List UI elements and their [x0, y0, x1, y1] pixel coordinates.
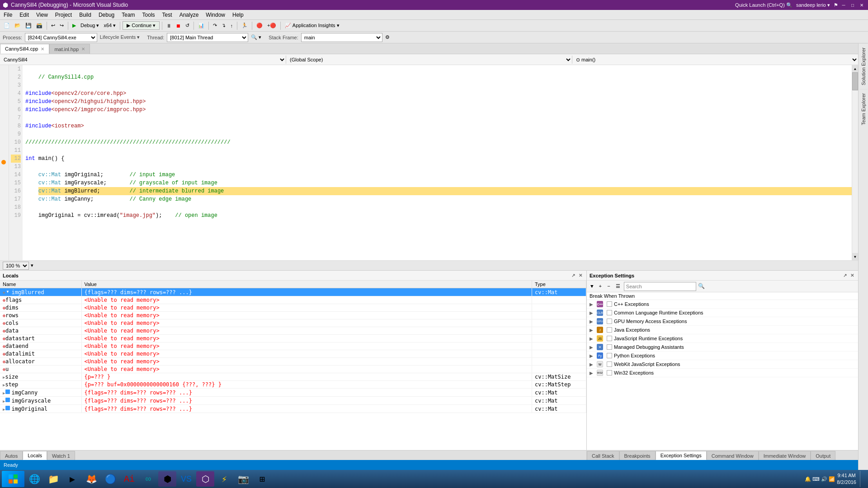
scrollbar-up[interactable]: ▲ — [852, 65, 858, 72]
close-button[interactable]: ✕ — [858, 1, 865, 9]
menu-item-team[interactable]: Team — [118, 10, 138, 19]
taskbar-grid[interactable]: ⊞ — [253, 471, 271, 487]
redo-button[interactable]: ↪ — [58, 22, 66, 29]
search-icon[interactable]: 🔍 — [698, 283, 705, 290]
minimize-button[interactable]: ─ — [840, 1, 847, 9]
tab-callstack[interactable]: Call Stack — [587, 451, 619, 460]
step-out[interactable]: ↑ — [228, 22, 235, 29]
tab-output[interactable]: Output — [811, 451, 835, 460]
open-file-button[interactable]: 📂 — [13, 22, 23, 29]
show-desktop[interactable] — [860, 471, 863, 487]
tab-autos[interactable]: Autos — [0, 451, 23, 460]
exc-js-check[interactable] — [607, 336, 612, 341]
taskbar-media[interactable]: ▶ — [63, 471, 81, 487]
start-debug-button[interactable]: ▶ — [71, 22, 78, 29]
code-editor[interactable]: 1 2 3 4 5 6 7 8 9 10 11 12 13 14 15 16 1 — [0, 65, 858, 260]
exc-managed-check[interactable] — [607, 344, 612, 350]
tab-command-window[interactable]: Command Window — [707, 451, 759, 460]
taskbar-vs-icon[interactable]: ⬢ — [158, 471, 176, 487]
save-button[interactable]: 💾 — [24, 22, 33, 29]
filename-selector[interactable]: CannySill4 — [0, 55, 286, 65]
taskbar-vspurple[interactable]: ⬡ — [196, 471, 214, 487]
stack-frame-selector[interactable]: main — [301, 33, 382, 42]
taskbar-folder[interactable]: 📁 — [44, 471, 62, 487]
continue-button[interactable]: ▶ Continue ▾ — [123, 21, 160, 30]
code-content[interactable]: // CannySill4.cpp #include<opencv2/core/… — [23, 65, 852, 260]
menu-item-test[interactable]: Test — [159, 10, 176, 19]
tab-mat[interactable]: mat.inl.hpp ✕ — [49, 44, 90, 54]
exc-python[interactable]: ▶ Py Python Exceptions — [587, 352, 858, 360]
exc-win32-check[interactable] — [607, 370, 612, 375]
stop-button[interactable]: ⏹ — [174, 22, 183, 29]
exception-search[interactable] — [624, 282, 696, 291]
taskbar-arduino[interactable]: ∞ — [139, 471, 157, 487]
menu-item-file[interactable]: File — [0, 10, 16, 19]
scrollbar-down[interactable]: ▼ — [852, 253, 858, 260]
arch-selector[interactable]: x64 ▾ — [102, 22, 118, 29]
tab-close[interactable]: ✕ — [81, 47, 85, 52]
tab-locals[interactable]: Locals — [23, 451, 47, 460]
taskbar-vsblue[interactable]: VS — [177, 471, 195, 487]
tab-cannystill4[interactable]: CannySill4.cpp ✕ — [0, 44, 49, 54]
menu-item-tools[interactable]: Tools — [139, 10, 159, 19]
exc-python-check[interactable] — [607, 353, 612, 358]
exc-java[interactable]: ▶ J Java Exceptions — [587, 326, 858, 334]
exc-cpp[interactable]: ▶ C++ C++ Exceptions — [587, 300, 858, 309]
exc-win32[interactable]: ▶ W32 Win32 Exceptions — [587, 369, 858, 377]
menu-item-analyze[interactable]: Analyze — [176, 10, 203, 19]
thread-filter[interactable]: 🔍 ▾ — [251, 34, 261, 40]
run-cursor[interactable]: 🏃 — [240, 22, 250, 29]
thread-selector[interactable]: [8012] Main Thread — [167, 33, 248, 42]
solution-explorer-tab[interactable]: Solution Explorer — [859, 43, 868, 89]
exc-gpu[interactable]: ▶ GPU GPU Memory Access Exceptions — [587, 317, 858, 326]
taskbar-adobe[interactable]: Ai — [120, 471, 138, 487]
toggle-bp[interactable]: 🔴 — [255, 22, 264, 29]
undo-button[interactable]: ↩ — [49, 22, 57, 29]
locals-float[interactable]: ↗ — [570, 272, 576, 279]
taskbar-camera[interactable]: 📷 — [234, 471, 252, 487]
pause-button[interactable]: ⏸ — [165, 22, 173, 29]
exception-list[interactable]: ▶ C++ C++ Exceptions ▶ CLR Common Langua… — [587, 300, 858, 450]
tab-close[interactable]: ✕ — [41, 47, 44, 52]
start-button[interactable] — [2, 471, 24, 487]
show-diag[interactable]: 📊 — [196, 22, 206, 29]
menu-item-window[interactable]: Window — [202, 10, 229, 19]
exc-gpu-check[interactable] — [607, 319, 612, 324]
zoom-selector[interactable]: 100 % — [3, 262, 29, 270]
tab-immediate-window[interactable]: Immediate Window — [759, 451, 811, 460]
menu-item-project[interactable]: Project — [52, 10, 75, 19]
exc-js[interactable]: ▶ JS JavaScript Runtime Exceptions — [587, 334, 858, 343]
locals-table[interactable]: Name Value Type ▼▼imgBlurred{flags=??? d… — [0, 281, 586, 450]
function-selector[interactable]: ⊙ main() — [572, 55, 858, 65]
scope-selector[interactable]: (Global Scope) — [286, 55, 572, 65]
tab-breakpoints[interactable]: Breakpoints — [619, 451, 656, 460]
filter-btn[interactable]: ▼ — [589, 283, 595, 290]
taskbar-thunder[interactable]: ⚡ — [215, 471, 233, 487]
menu-item-edit[interactable]: Edit — [16, 10, 33, 19]
taskbar-firefox[interactable]: 🦊 — [82, 471, 100, 487]
taskbar-chrome[interactable]: 🔵 — [101, 471, 119, 487]
add-exception-btn[interactable]: + — [597, 283, 604, 290]
taskbar-ie[interactable]: 🌐 — [25, 471, 43, 487]
new-file-button[interactable]: 📄 — [2, 22, 12, 29]
quick-launch[interactable]: Quick Launch (Ctrl+Q) 🔍 — [735, 2, 793, 8]
settings-btn[interactable]: ☰ — [614, 282, 622, 290]
menu-item-view[interactable]: View — [33, 10, 52, 19]
exc-cpp-check[interactable] — [607, 301, 612, 307]
stack-frame-opts[interactable]: ⚙ — [385, 34, 390, 40]
menu-item-help[interactable]: Help — [229, 10, 247, 19]
remove-exception-btn[interactable]: − — [605, 283, 612, 290]
restart-button[interactable]: ↺ — [184, 22, 191, 29]
step-over[interactable]: ↷ — [211, 22, 219, 29]
process-selector[interactable]: [8244] CannySill4.exe — [25, 33, 97, 42]
exc-webkit[interactable]: ▶ W WebKit JavaScript Exceptions — [587, 360, 858, 369]
save-all-button[interactable]: 🗃️ — [34, 22, 44, 29]
exc-java-check[interactable] — [607, 327, 612, 333]
exc-clr-check[interactable] — [607, 310, 612, 315]
exc-webkit-check[interactable] — [607, 361, 612, 367]
zoom-dropdown[interactable]: ▾ — [31, 263, 33, 268]
step-into[interactable]: ↴ — [220, 22, 227, 29]
exception-close[interactable]: ✕ — [849, 272, 855, 279]
exc-clr[interactable]: ▶ CLR Common Language Runtime Exceptions — [587, 309, 858, 317]
tab-watch1[interactable]: Watch 1 — [47, 451, 75, 460]
